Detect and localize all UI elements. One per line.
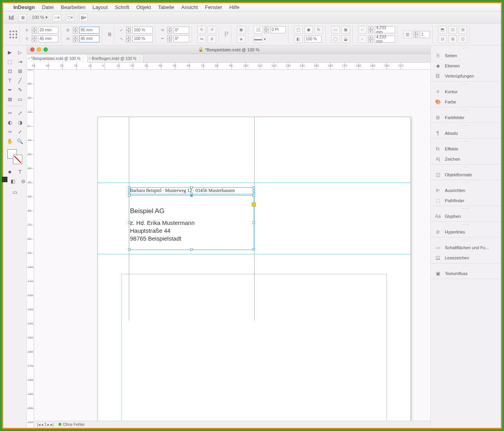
opacity-field[interactable]: 100 %	[304, 36, 322, 43]
panel-seiten[interactable]: ⎘Seiten	[431, 51, 501, 61]
scissors-tool-icon[interactable]: ✂	[5, 109, 14, 117]
stroke-weight-field[interactable]: 0 Pt	[270, 26, 286, 33]
panel-absatz[interactable]: ¶Absatz	[431, 128, 501, 138]
zoom-window-icon[interactable]	[43, 47, 48, 52]
corner-radius-field[interactable]: 4,233 mm	[375, 26, 395, 33]
view-mode-icon[interactable]: ▭	[10, 188, 20, 196]
bridge-icon[interactable]: ▦	[18, 14, 27, 22]
flip-h-icon[interactable]: ⇋	[197, 35, 206, 43]
minimize-window-icon[interactable]	[37, 47, 41, 52]
note-tool-icon[interactable]: ✑	[5, 127, 14, 136]
close-tab-icon[interactable]: ×	[89, 56, 90, 60]
fill-frame-icon[interactable]: ⊠	[448, 35, 457, 43]
content-collector-tool-icon[interactable]: ⊡	[5, 67, 14, 75]
zoom-tool-icon[interactable]: 🔍	[15, 137, 25, 145]
height-field[interactable]: 45 mm	[79, 35, 99, 42]
panel-lesezeichen[interactable]: 🕮Lesezeichen	[431, 253, 501, 263]
panel-farbe[interactable]: 🎨Farbe	[431, 97, 501, 107]
center-content-icon[interactable]: ⊟	[438, 35, 447, 43]
menu-schrift[interactable]: Schrift	[115, 4, 129, 10]
document-canvas[interactable]: 4030201001020304050607080901001101201301…	[27, 70, 430, 428]
tab-beispieldatei[interactable]: ×*Beispieldatei.indd @ 100 %	[27, 55, 88, 63]
direct-selection-tool-icon[interactable]: ▷	[15, 48, 25, 56]
rect-frame-tool-icon[interactable]: ⊠	[5, 95, 14, 103]
apply-none-icon[interactable]: ⊘	[18, 177, 28, 185]
gap-tool-icon[interactable]: ⇥	[15, 57, 25, 66]
width-field[interactable]: 85 mm	[79, 27, 99, 34]
text-wrap-bounding-icon[interactable]: ▣	[341, 26, 350, 34]
tab-briefbogen[interactable]: ×Briefbogen.indd @ 100 %	[88, 55, 144, 62]
formatting-text-icon[interactable]: T	[15, 167, 25, 176]
vertical-ruler[interactable]: 4030201001020304050607080901001101201301…	[27, 70, 34, 428]
select-content-icon[interactable]: ◈	[237, 35, 246, 43]
corner-radius-field-2[interactable]: 4,233 mm	[375, 36, 395, 43]
menu-bearbeiten[interactable]: Bearbeiten	[61, 4, 85, 10]
fill-stroke-swatch[interactable]	[7, 149, 22, 164]
panel-ausrichten[interactable]: ⊫Ausrichten	[431, 185, 501, 196]
apply-fill-icon[interactable]	[2, 177, 7, 182]
auto-fit-icon[interactable]: ⊡	[459, 35, 467, 43]
stroke-swatch[interactable]: ▬▬	[254, 35, 262, 43]
apply-color-icon[interactable]: ■	[5, 167, 14, 176]
text-wrap-jump-icon[interactable]: ⬓	[341, 35, 350, 43]
constrain-icon[interactable]: ⛓	[108, 32, 112, 36]
out-port-icon[interactable]	[252, 203, 256, 206]
selection-tool-icon[interactable]: ▶	[5, 48, 14, 56]
zoom-level-select[interactable]: 100 % ▾	[32, 15, 47, 20]
select-container-icon[interactable]: ▣	[237, 26, 246, 34]
guide-horizontal[interactable]	[98, 254, 411, 254]
panel-kontur[interactable]: ≡Kontur	[431, 87, 501, 97]
menu-tabelle[interactable]: Tabelle	[158, 4, 174, 10]
page-nav[interactable]: |◂ ◂ 1 ▸ ▸|	[37, 422, 54, 427]
gradient-swatch-tool-icon[interactable]: ◐	[5, 118, 14, 127]
reference-point-group[interactable]	[7, 25, 20, 43]
fx-icon[interactable]: fx	[314, 26, 323, 34]
preflight-status[interactable]: Ohne Fehler	[58, 422, 85, 427]
text-wrap-none-icon[interactable]: ▭	[331, 26, 340, 34]
fill-swatch[interactable]: ⬜	[254, 26, 262, 34]
rotate-ccw-icon[interactable]: ↺	[208, 26, 216, 34]
panel-hyperlinks[interactable]: ⊘Hyperlinks	[431, 227, 501, 237]
page-tool-icon[interactable]: ⬚	[5, 57, 14, 66]
panel-farbfelder[interactable]: ⊞Farbfelder	[431, 112, 501, 123]
close-window-icon[interactable]	[30, 47, 34, 52]
menu-fenster[interactable]: Fenster	[205, 4, 222, 10]
transform-tool-icon[interactable]: ⤢	[15, 109, 25, 117]
align-top-icon[interactable]: ⬒	[438, 26, 447, 34]
menu-objekt[interactable]: Objekt	[136, 4, 151, 10]
pencil-tool-icon[interactable]: ✎	[15, 85, 25, 94]
drop-shadow-icon[interactable]: ◼	[304, 26, 313, 34]
panel-pathfinder[interactable]: ⬚Pathfinder	[431, 196, 501, 206]
line-tool-icon[interactable]: ╱	[15, 76, 25, 85]
pen-tool-icon[interactable]: ✒	[5, 85, 14, 94]
type-tool-icon[interactable]: T	[5, 76, 14, 85]
arrange-docs-icon[interactable]: ▦▾	[79, 14, 88, 22]
menu-ansicht[interactable]: Ansicht	[181, 4, 198, 10]
x-position-field[interactable]: 20 mm	[38, 27, 58, 34]
scale-y-field[interactable]: 100 %	[132, 35, 153, 42]
y-position-field[interactable]: 45 mm	[38, 35, 58, 42]
fit-content-icon[interactable]: ⊞	[459, 26, 467, 34]
panel-objektformate[interactable]: ◫Objektformate	[431, 170, 501, 180]
rectangle-tool-icon[interactable]: ▭	[15, 95, 25, 103]
guide-vertical[interactable]	[254, 117, 255, 321]
corner-shape-icon[interactable]: ⌐	[358, 35, 367, 43]
hand-tool-icon[interactable]: ✋	[5, 137, 14, 145]
horizontal-ruler[interactable]: 5040302010010203040506070809010011012013…	[27, 63, 430, 70]
flip-v-icon[interactable]: ⇵	[208, 35, 216, 43]
shear-field[interactable]: 0°	[173, 35, 189, 42]
columns-field[interactable]: 1	[420, 31, 430, 38]
fit-frame-icon[interactable]: ⊡	[448, 26, 457, 34]
text-wrap-shape-icon[interactable]: ◯	[331, 35, 340, 43]
apply-gradient-icon[interactable]: ◧	[8, 177, 18, 185]
menu-hilfe[interactable]: Hilfe	[229, 4, 240, 10]
effects-icon[interactable]: ▢	[294, 26, 303, 34]
gradient-feather-tool-icon[interactable]: ◑	[15, 118, 25, 127]
scale-x-field[interactable]: 100 %	[132, 27, 153, 34]
panel-glyphen[interactable]: AaGlyphen	[431, 211, 501, 221]
corner-options-icon[interactable]: ⌐	[358, 26, 367, 34]
rotate-cw-icon[interactable]: ↻	[197, 26, 206, 34]
close-tab-icon[interactable]: ×	[28, 56, 30, 60]
menu-layout[interactable]: Layout	[92, 4, 108, 10]
panel-schaltfl-chen-und-fo-[interactable]: ▭Schaltflächen und Fo...	[431, 243, 501, 253]
